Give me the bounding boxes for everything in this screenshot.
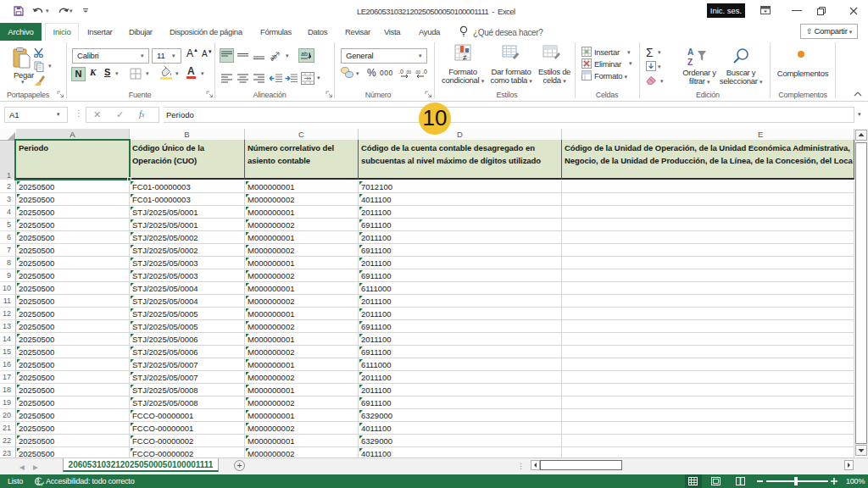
svg-text:.0: .0 xyxy=(422,69,427,75)
svg-text:A: A xyxy=(687,47,693,57)
svg-text:Z: Z xyxy=(687,58,693,67)
svg-text:.00: .00 xyxy=(415,69,420,75)
svg-text:.00: .00 xyxy=(405,69,411,75)
svg-text:.0: .0 xyxy=(398,69,403,75)
svg-text:ab: ab xyxy=(301,51,308,57)
svg-text:≠: ≠ xyxy=(463,53,467,61)
